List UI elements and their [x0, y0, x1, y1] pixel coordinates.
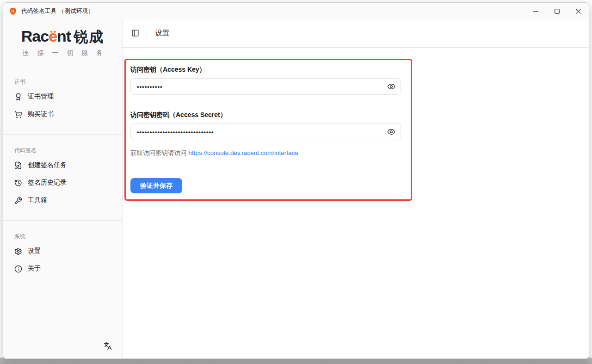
gear-icon: [14, 247, 22, 255]
sidebar-item-create-sign-task[interactable]: 创建签名任务: [14, 156, 111, 174]
logo-text-end: nt: [57, 27, 71, 45]
sidebar-item-buy-cert[interactable]: 购买证书: [14, 105, 111, 123]
access-key-label: 访问密钥（Access Key）: [130, 66, 401, 74]
eye-icon: [387, 82, 395, 91]
settings-content: 访问密钥（Access Key） 访问密钥密码（Access Secret）: [123, 48, 589, 201]
cart-icon: [14, 111, 22, 118]
brand-logo: Racënt锐成 连 接 一 切 服 务: [3, 19, 122, 64]
close-button[interactable]: [567, 3, 589, 19]
minimize-button[interactable]: [525, 3, 546, 19]
main-panel: 设置 访问密钥（Access Key） 访问密钥密码（: [123, 19, 589, 358]
logo-text: Rac: [21, 27, 49, 45]
section-label: 证书: [14, 78, 111, 86]
sidebar-item-label: 购买证书: [28, 110, 54, 118]
app-shield-icon: R: [9, 7, 17, 15]
sidebar-item-label: 关于: [28, 265, 41, 273]
section-label: 系统: [14, 233, 111, 241]
sidebar-section: 证书 证书管理 购买证书: [3, 73, 122, 128]
sidebar-item-label: 工具箱: [28, 196, 47, 204]
highlight-box: 访问密钥（Access Key） 访问密钥密码（Access Secret）: [124, 59, 412, 201]
app-window: R 代码签名工具 （测试环境） Racënt锐成 连 接 一 切 服 务: [3, 2, 589, 359]
sidebar-toggle-icon[interactable]: [131, 29, 139, 37]
sidebar-item-label: 创建签名任务: [28, 161, 67, 169]
sidebar: Racënt锐成 连 接 一 切 服 务 证书 证书管理 购买证书 代码签名 创…: [3, 19, 123, 358]
info-icon: [14, 265, 22, 273]
access-key-eye-toggle[interactable]: [387, 82, 396, 91]
access-secret-eye-toggle[interactable]: [387, 127, 396, 136]
sidebar-section: 系统 设置 关于: [3, 227, 122, 282]
help-prefix: 获取访问密钥请访问: [130, 149, 188, 156]
wrench-icon: [14, 197, 22, 204]
sidebar-item-settings[interactable]: 设置: [14, 242, 111, 260]
titlebar: R 代码签名工具 （测试环境）: [3, 3, 589, 19]
sidebar-item-cert-manage[interactable]: 证书管理: [14, 88, 111, 105]
sidebar-item-label: 签名历史记录: [28, 179, 67, 187]
file-pen-icon: [14, 161, 22, 169]
svg-text:R: R: [12, 9, 14, 13]
sidebar-section-divider: [3, 134, 122, 135]
verify-save-button[interactable]: 验证并保存: [130, 178, 182, 193]
eye-icon: [387, 128, 395, 136]
logo-accent-letter: ë: [49, 27, 57, 45]
page-title: 设置: [155, 29, 169, 37]
logo-tagline: 连 接 一 切 服 务: [3, 49, 122, 57]
sidebar-item-sign-history[interactable]: 签名历史记录: [14, 174, 111, 191]
window-title: 代码签名工具 （测试环境）: [21, 7, 94, 15]
award-icon: [14, 93, 22, 101]
history-icon: [14, 179, 22, 187]
access-key-input[interactable]: [130, 78, 401, 95]
logo-cn: 锐成: [74, 29, 104, 45]
console-link[interactable]: https://console.dev.racent.com/interface: [188, 149, 298, 156]
header-separator: [147, 30, 147, 37]
sidebar-item-label: 设置: [28, 247, 41, 255]
language-icon[interactable]: [104, 342, 112, 350]
access-secret-input[interactable]: [130, 123, 401, 140]
section-label: 代码签名: [14, 147, 111, 154]
help-text: 获取访问密钥请访问 https://console.dev.racent.com…: [130, 149, 401, 157]
main-header: 设置: [123, 19, 589, 47]
sidebar-section-divider: [3, 220, 122, 221]
sidebar-item-toolbox[interactable]: 工具箱: [14, 191, 111, 209]
maximize-button[interactable]: [546, 3, 567, 19]
sidebar-section: 代码签名 创建签名任务 签名历史记录 工具箱: [3, 141, 122, 214]
sidebar-item-label: 证书管理: [28, 93, 54, 101]
sidebar-nav: 证书 证书管理 购买证书 代码签名 创建签名任务 签名历史记录 工具箱 系统 设…: [3, 64, 122, 282]
sidebar-item-about[interactable]: 关于: [14, 260, 111, 278]
access-secret-label: 访问密钥密码（Access Secret）: [130, 111, 401, 119]
